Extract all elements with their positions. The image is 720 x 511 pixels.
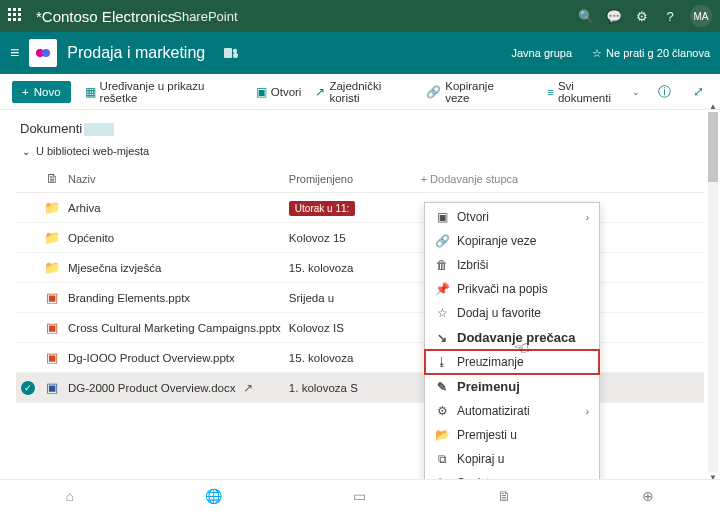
file-name[interactable]: Općenito (64, 223, 285, 253)
content-area: Dokumenti U biblioteci web-mjesta 🗎 Nazi… (0, 110, 720, 479)
menu-item-trash[interactable]: 🗑Izbriši (425, 253, 599, 277)
link-icon: 🔗 (435, 234, 449, 248)
menu-label: Premjesti u (457, 428, 517, 442)
file-row[interactable]: 📁 Mjesečna izvješća 15. kolovoza (16, 253, 704, 283)
menu-item-flow[interactable]: ⚙Automatizirati› (425, 399, 599, 423)
open-icon: ▣ (256, 85, 267, 99)
file-name[interactable]: Dg-IOOO Product Overview.pptx (64, 343, 285, 373)
file-type-icon: 📁 (40, 253, 64, 283)
file-modified: Srijeda u (285, 283, 395, 313)
tenant-name: *Contoso Electronics (36, 8, 175, 25)
file-modified: 15. kolovoza (285, 343, 395, 373)
file-type-icon: ▣ (40, 313, 64, 343)
teams-icon[interactable] (223, 45, 239, 61)
menu-item-pin[interactable]: 📌Prikvači na popis (425, 277, 599, 301)
star-icon: ☆ (435, 306, 449, 320)
menu-label: Otvori (457, 210, 489, 224)
edit-grid-button[interactable]: ▦Uređivanje u prikazu rešetke (85, 80, 242, 104)
settings-icon[interactable]: ⚙ (628, 9, 656, 24)
menu-item-download[interactable]: ⭳Preuzimanje (425, 350, 599, 374)
date-pill: Utorak u 11: (289, 201, 355, 216)
scrollbar[interactable]: ▲ ▼ (708, 112, 718, 472)
view-selector[interactable]: ≡Svi dokumenti⌄ (547, 80, 640, 104)
info-icon[interactable]: ⓘ (654, 83, 675, 101)
share-icon: ↗ (315, 85, 325, 99)
news-icon[interactable]: ▭ (353, 488, 366, 504)
chat-icon[interactable]: 💬 (600, 9, 628, 24)
file-name[interactable]: Arhiva (64, 193, 285, 223)
suite-bar: *Contoso Electronics SharePoint 🔍 💬 ⚙ ? … (0, 0, 720, 32)
menu-label: Kopiraj u (457, 452, 504, 466)
file-name[interactable]: Mjesečna izvješća (64, 253, 285, 283)
plus-icon: + (22, 86, 29, 98)
menu-item-open[interactable]: ▣Otvori› (425, 205, 599, 229)
help-icon[interactable]: ? (656, 9, 684, 24)
file-name[interactable]: Cross Cultural Marketing Campaigns.pptx (64, 313, 285, 343)
grid-icon: ▦ (85, 85, 96, 99)
menu-item-star[interactable]: ☆Dodaj u favorite (425, 301, 599, 325)
link-icon: 🔗 (426, 85, 441, 99)
follow-link[interactable]: ☆Ne prati g 20 članova (592, 47, 710, 60)
svg-rect-2 (224, 48, 232, 58)
menu-item-shortcut[interactable]: ↘Dodavanje prečaca (425, 325, 599, 350)
add-icon[interactable]: ⊕ (642, 488, 654, 504)
menu-label: Preuzimanje (457, 355, 524, 369)
star-icon: ☆ (592, 47, 602, 60)
menu-item-rename[interactable]: ✎Preimenuj (425, 374, 599, 399)
context-menu: ▣Otvori›🔗Kopiranje veze🗑Izbriši📌Prikvači… (424, 202, 600, 479)
scope-selector[interactable]: U biblioteci web-mjesta (22, 145, 704, 157)
menu-item-move[interactable]: 📂Premjesti u (425, 423, 599, 447)
scrollbar-thumb[interactable] (708, 112, 718, 182)
open-button[interactable]: ▣Otvori (256, 85, 302, 99)
svg-point-1 (42, 49, 50, 57)
add-column[interactable]: + Dodavanje stupca (417, 165, 704, 193)
file-type-icon: 📁 (40, 223, 64, 253)
site-logo[interactable] (29, 39, 57, 67)
download-icon: ⭳ (435, 355, 449, 369)
shortcut-icon: ↘ (435, 331, 449, 345)
copylink-button[interactable]: 🔗Kopiranje veze (426, 80, 519, 104)
move-icon: 📂 (435, 428, 449, 442)
file-type-icon: 📁 (40, 193, 64, 223)
menu-item-link[interactable]: 🔗Kopiranje veze (425, 229, 599, 253)
user-avatar[interactable]: MA (690, 5, 712, 27)
file-row[interactable]: 📁 Arhiva Utorak u 11: (16, 193, 704, 223)
file-type-icon: ▣ (40, 283, 64, 313)
product-name: SharePoint (173, 9, 237, 24)
file-row[interactable]: ✓ ▣ DG-2000 Product Overview.docx↗ 1. ko… (16, 373, 704, 403)
trash-icon: 🗑 (435, 258, 449, 272)
app-launcher-icon[interactable] (8, 8, 24, 24)
menu-label: Kopiranje veze (457, 234, 536, 248)
new-button[interactable]: +Novo (12, 81, 71, 103)
type-column-icon[interactable]: 🗎 (40, 165, 64, 193)
file-row[interactable]: ▣ Cross Cultural Marketing Campaigns.ppt… (16, 313, 704, 343)
globe-icon[interactable]: 🌐 (205, 488, 222, 504)
site-name[interactable]: Prodaja i marketing (67, 44, 205, 62)
file-modified: Kolovoz 15 (285, 223, 395, 253)
modified-column[interactable]: Promijenjeno (285, 165, 395, 193)
file-row[interactable]: 📁 Općenito Kolovoz 15 (16, 223, 704, 253)
rename-icon: ✎ (435, 380, 449, 394)
svg-rect-4 (233, 53, 238, 58)
file-row[interactable]: ▣ Branding Elements.pptx Srijeda u (16, 283, 704, 313)
library-title: Dokumenti (16, 120, 118, 137)
expand-icon[interactable]: ⤢ (689, 84, 708, 99)
menu-item-props[interactable]: ✎Svojstva (425, 471, 599, 479)
file-name[interactable]: Branding Elements.pptx (64, 283, 285, 313)
share-button[interactable]: ↗Zajednički koristi (315, 80, 412, 104)
files-icon[interactable]: 🗎 (497, 488, 511, 504)
menu-label: Preimenuj (457, 379, 520, 394)
name-column[interactable]: Naziv (64, 165, 285, 193)
site-header: ≡ Prodaja i marketing Javna grupa ☆Ne pr… (0, 32, 720, 74)
menu-label: Dodaj u favorite (457, 306, 541, 320)
menu-item-copy[interactable]: ⧉Kopiraj u (425, 447, 599, 471)
file-type-icon: ▣ (40, 373, 64, 403)
file-row[interactable]: ▣ Dg-IOOO Product Overview.pptx 15. kolo… (16, 343, 704, 373)
file-modified: 1. kolovoza S (285, 373, 395, 403)
row-share-icon[interactable]: ↗ (243, 381, 253, 395)
home-icon[interactable]: ⌂ (66, 488, 74, 504)
file-name[interactable]: DG-2000 Product Overview.docx↗ (64, 373, 285, 403)
search-icon[interactable]: 🔍 (572, 9, 600, 24)
svg-point-3 (233, 49, 237, 53)
hamburger-icon[interactable]: ≡ (10, 44, 19, 62)
